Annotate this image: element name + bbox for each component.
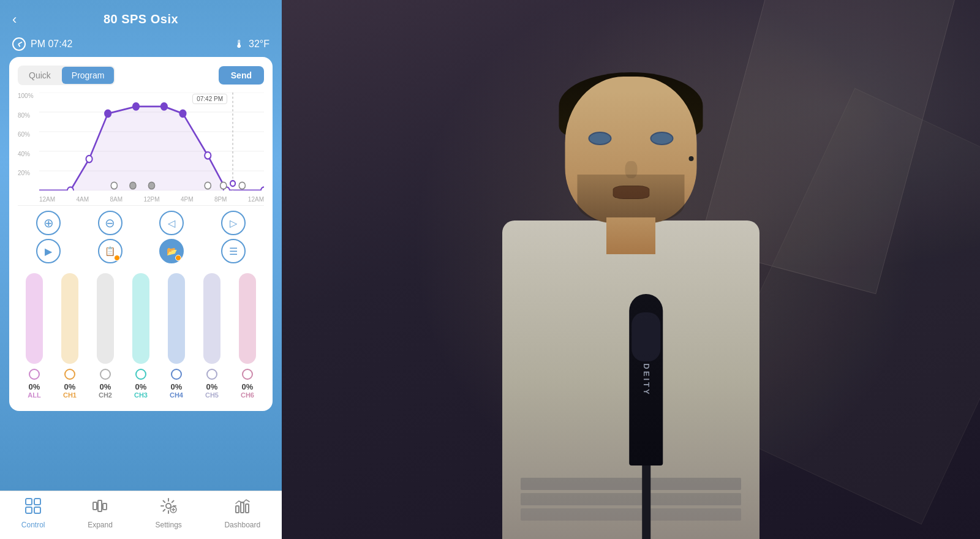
- video-area: DEITY: [282, 0, 980, 539]
- back-button[interactable]: ‹: [12, 12, 17, 28]
- add-point-button[interactable]: ⊕: [36, 211, 61, 235]
- load-program-button[interactable]: 📂: [159, 239, 184, 263]
- remove-point-button[interactable]: ⊖: [98, 211, 123, 235]
- x-label-8am: 8AM: [110, 196, 123, 203]
- nav-expand-label: Expand: [88, 521, 113, 529]
- channel-ch3-circle[interactable]: [135, 369, 146, 380]
- chart-area: 100% 80% 60% 40% 20% 07:42 PM: [18, 92, 264, 203]
- status-temperature: 🌡 32°F: [234, 38, 270, 51]
- channel-ch2: 0% CH2: [89, 273, 122, 399]
- channel-ch1-circle[interactable]: [64, 369, 75, 380]
- svg-point-22: [239, 182, 245, 189]
- tab-quick[interactable]: Quick: [19, 67, 61, 84]
- microphone-area: DEITY: [629, 294, 663, 539]
- svg-rect-26: [34, 507, 40, 513]
- eye-right: [650, 132, 674, 145]
- channel-ch4-track[interactable]: [168, 273, 185, 364]
- y-label-80: 80%: [18, 112, 39, 119]
- svg-point-30: [166, 503, 171, 508]
- play-button[interactable]: ▶: [36, 239, 61, 263]
- nav-settings[interactable]: Settings: [155, 497, 181, 529]
- eye-left: [589, 132, 612, 145]
- settings-icon: [160, 497, 177, 518]
- nav-dashboard[interactable]: Dashboard: [224, 497, 260, 529]
- channel-all-circle[interactable]: [29, 369, 40, 380]
- channel-ch6-track[interactable]: [239, 273, 256, 364]
- channel-ch4-pct: 0%: [171, 382, 183, 391]
- svg-point-6: [67, 187, 74, 190]
- channel-ch6: 0% CH6: [231, 273, 264, 399]
- thermometer-icon: 🌡: [234, 38, 245, 51]
- neck: [606, 217, 655, 254]
- mic-stand: [642, 466, 650, 539]
- main-card: Quick Program Send 100% 80% 60% 40% 20% …: [9, 57, 273, 411]
- svg-rect-36: [246, 504, 249, 513]
- channel-ch2-track[interactable]: [97, 273, 114, 364]
- channel-all-label: ALL: [28, 391, 40, 399]
- channel-ch6-circle[interactable]: [242, 369, 253, 380]
- channel-ch6-pct: 0%: [242, 382, 254, 391]
- x-label-4pm: 4PM: [181, 196, 194, 203]
- channel-ch1: 0% CH1: [53, 273, 86, 399]
- app-panel: ‹ 80 SPS Osix PM 07:42 🌡 32°F Quick Prog…: [0, 0, 282, 539]
- svg-point-17: [111, 182, 117, 189]
- channel-ch3-pct: 0%: [135, 382, 147, 391]
- chart-x-labels: 12AM 4AM 8AM 12PM 4PM 8PM 12AM: [39, 196, 264, 203]
- channel-ch5-circle[interactable]: [206, 369, 217, 380]
- earring: [689, 156, 694, 161]
- tab-buttons: Quick Program: [18, 66, 115, 85]
- chart-svg[interactable]: [39, 92, 264, 190]
- svg-rect-29: [103, 503, 107, 510]
- dashboard-icon: [234, 497, 251, 518]
- beard: [578, 175, 685, 224]
- channel-ch5-label: CH5: [205, 391, 219, 399]
- nav-dashboard-label: Dashboard: [224, 521, 260, 529]
- channel-ch5: 0% CH5: [195, 273, 228, 399]
- mic-grille: [631, 312, 660, 361]
- clock-icon: [12, 37, 26, 51]
- nav-settings-label: Settings: [155, 521, 181, 529]
- app-title: 80 SPS Osix: [104, 12, 178, 26]
- svg-point-9: [133, 103, 139, 110]
- control-buttons: ⊕ ⊖ ◁ ▷ ▶ 📋 📂 ☰: [18, 205, 264, 266]
- x-label-12am-start: 12AM: [39, 196, 55, 203]
- microphone-body: DEITY: [629, 294, 663, 466]
- channel-ch2-circle[interactable]: [100, 369, 111, 380]
- x-label-4am: 4AM: [77, 196, 89, 203]
- tab-row: Quick Program Send: [18, 66, 264, 85]
- list-button[interactable]: ☰: [221, 239, 246, 263]
- channel-ch3-track[interactable]: [132, 273, 149, 364]
- person-face: [565, 77, 697, 224]
- tab-program[interactable]: Program: [62, 67, 115, 84]
- nav-control[interactable]: Control: [21, 497, 45, 529]
- svg-point-8: [105, 110, 111, 117]
- svg-point-14: [261, 187, 264, 190]
- svg-point-20: [205, 182, 211, 189]
- svg-point-7: [86, 156, 92, 162]
- nav-expand[interactable]: Expand: [88, 497, 113, 529]
- prev-button[interactable]: ◁: [159, 211, 184, 235]
- svg-rect-35: [241, 502, 244, 513]
- time-display: PM 07:42: [31, 39, 72, 50]
- channel-ch1-pct: 0%: [64, 382, 76, 391]
- channel-ch2-label: CH2: [99, 391, 112, 399]
- y-label-60: 60%: [18, 131, 39, 138]
- channels-area: 0% ALL 0% CH1 0% CH2: [18, 266, 264, 402]
- bottom-nav: Control Expand: [0, 491, 282, 539]
- channel-all-track[interactable]: [26, 273, 43, 364]
- channel-ch5-track[interactable]: [203, 273, 221, 364]
- svg-rect-34: [236, 506, 239, 513]
- channel-ch3-label: CH3: [134, 391, 148, 399]
- next-button[interactable]: ▷: [221, 211, 246, 235]
- channel-ch4-label: CH4: [170, 391, 183, 399]
- save-to-device-button[interactable]: 📋: [98, 239, 123, 263]
- svg-point-10: [161, 103, 167, 110]
- svg-point-16: [230, 181, 235, 186]
- channel-ch1-track[interactable]: [61, 273, 78, 364]
- channel-ch5-pct: 0%: [206, 382, 218, 391]
- channel-ch4-circle[interactable]: [171, 369, 182, 380]
- send-button[interactable]: Send: [219, 66, 264, 85]
- svg-rect-28: [98, 500, 102, 511]
- channel-ch3: 0% CH3: [124, 273, 157, 399]
- x-label-12am-end: 12AM: [248, 196, 264, 203]
